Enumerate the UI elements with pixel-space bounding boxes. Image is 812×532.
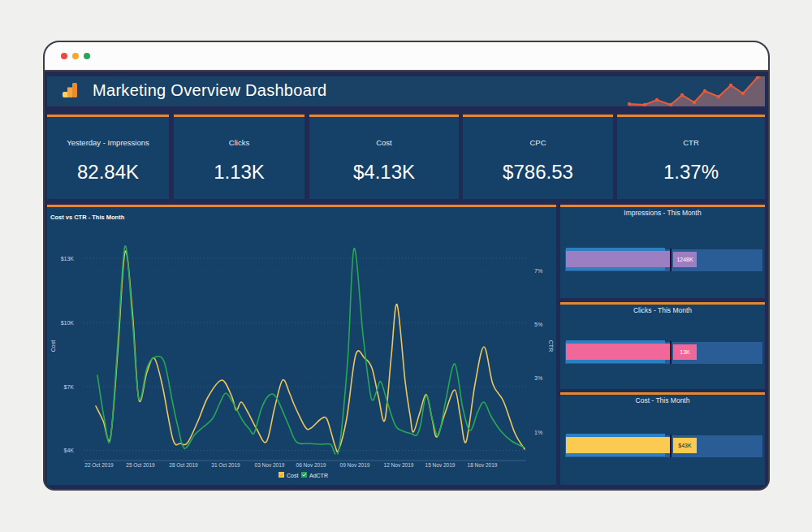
svg-text:31 Oct 2019: 31 Oct 2019	[211, 462, 240, 468]
svg-text:12 Nov 2019: 12 Nov 2019	[384, 462, 414, 468]
svg-text:Cost: Cost	[50, 340, 56, 352]
svg-text:28 Oct 2019: 28 Oct 2019	[169, 462, 198, 468]
svg-text:7%: 7%	[534, 268, 542, 274]
svg-text:CTR: CTR	[548, 340, 554, 352]
svg-text:25 Oct 2019: 25 Oct 2019	[126, 462, 155, 468]
svg-text:5%: 5%	[534, 322, 542, 327]
svg-text:Cost: Cost	[287, 473, 298, 478]
svg-text:$4K: $4K	[64, 448, 75, 453]
svg-text:$7K: $7K	[64, 384, 75, 390]
svg-text:AdCTR: AdCTR	[309, 473, 328, 478]
svg-text:3%: 3%	[534, 375, 542, 381]
svg-text:09 Nov 2019: 09 Nov 2019	[340, 462, 370, 468]
svg-text:$10K: $10K	[61, 320, 75, 326]
svg-text:1%: 1%	[534, 430, 542, 435]
svg-text:$13K: $13K	[61, 256, 75, 262]
svg-text:03 Nov 2019: 03 Nov 2019	[255, 462, 285, 468]
svg-text:06 Nov 2019: 06 Nov 2019	[296, 462, 326, 468]
svg-text:18 Nov 2019: 18 Nov 2019	[468, 462, 498, 468]
svg-text:15 Nov 2019: 15 Nov 2019	[425, 462, 456, 468]
svg-text:22 Oct 2019: 22 Oct 2019	[84, 462, 114, 468]
